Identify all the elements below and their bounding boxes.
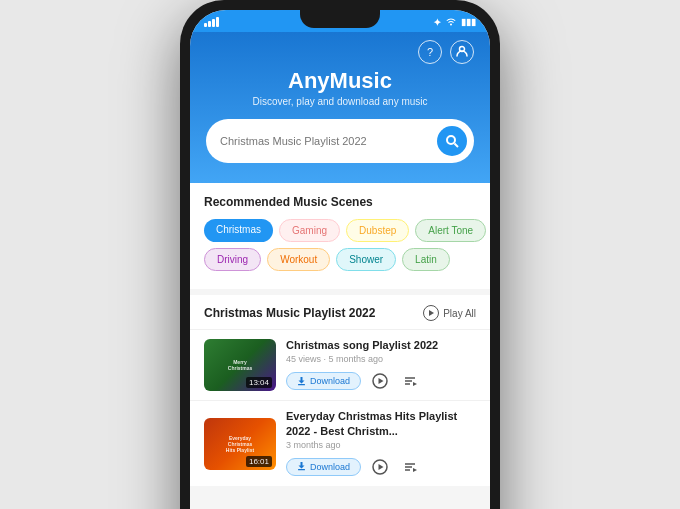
- play-all-button[interactable]: Play All: [423, 305, 476, 321]
- notch: [300, 10, 380, 28]
- wifi-icon: [445, 16, 457, 28]
- app-header: ? AnyMusic Discover, play and download a…: [190, 32, 490, 183]
- thumb-text-2: Everyday Christmas Hits Playlist: [222, 433, 258, 455]
- play-button-2[interactable]: [369, 456, 391, 478]
- signal-icon: [204, 17, 219, 27]
- svg-line-2: [455, 144, 459, 148]
- recommended-section: Recommended Music Scenes Christmas Gamin…: [190, 183, 490, 289]
- add-to-queue-button-1[interactable]: [399, 370, 421, 392]
- song-actions-1: Download: [286, 370, 476, 392]
- search-input[interactable]: [220, 135, 429, 147]
- help-icon: ?: [427, 46, 433, 58]
- recommended-title: Recommended Music Scenes: [204, 195, 476, 209]
- tag-driving[interactable]: Driving: [204, 248, 261, 271]
- tags-row-1: Christmas Gaming Dubstep Alert Tone: [204, 219, 476, 242]
- content-area: Recommended Music Scenes Christmas Gamin…: [190, 183, 490, 509]
- tag-dubstep[interactable]: Dubstep: [346, 219, 409, 242]
- song-info-2: Everyday Christmas Hits Playlist 2022 - …: [286, 409, 476, 478]
- tag-latin[interactable]: Latin: [402, 248, 450, 271]
- thumb-text-1: Merry Christmas: [222, 357, 258, 373]
- play-all-label: Play All: [443, 308, 476, 319]
- svg-rect-11: [298, 469, 305, 470]
- song-item-1: Merry Christmas 13:04 Christmas song Pla…: [190, 329, 490, 400]
- download-button-2[interactable]: Download: [286, 458, 361, 476]
- play-all-circle-icon: [423, 305, 439, 321]
- battery-icon: ▮▮▮: [461, 17, 476, 27]
- phone-frame: 9:41 ✦ ▮▮▮ ?: [180, 0, 500, 509]
- download-label-1: Download: [310, 376, 350, 386]
- song-thumb-1: Merry Christmas 13:04: [204, 339, 276, 391]
- svg-point-1: [447, 136, 455, 144]
- tags-row-2: Driving Workout Shower Latin: [204, 248, 476, 271]
- bluetooth-icon: ✦: [433, 17, 441, 28]
- svg-rect-4: [298, 384, 305, 385]
- thumb-duration-2: 16:01: [246, 456, 272, 467]
- playlist-header: Christmas Music Playlist 2022 Play All: [190, 295, 490, 329]
- download-button-1[interactable]: Download: [286, 372, 361, 390]
- add-to-queue-button-2[interactable]: [399, 456, 421, 478]
- song-actions-2: Download: [286, 456, 476, 478]
- song-thumb-2: Everyday Christmas Hits Playlist 16:01: [204, 418, 276, 470]
- search-button[interactable]: [437, 126, 467, 156]
- song-meta-2: 3 months ago: [286, 440, 476, 450]
- download-label-2: Download: [310, 462, 350, 472]
- app-subtitle: Discover, play and download any music: [206, 96, 474, 107]
- song-meta-1: 45 views · 5 months ago: [286, 354, 476, 364]
- tag-workout[interactable]: Workout: [267, 248, 330, 271]
- song-name-2: Everyday Christmas Hits Playlist 2022 - …: [286, 409, 476, 438]
- app-title: AnyMusic: [206, 68, 474, 94]
- tag-gaming[interactable]: Gaming: [279, 219, 340, 242]
- svg-marker-13: [379, 464, 384, 470]
- status-icons: ✦ ▮▮▮: [433, 16, 476, 28]
- playlist-title: Christmas Music Playlist 2022: [204, 306, 375, 320]
- svg-marker-17: [413, 468, 417, 472]
- tag-christmas[interactable]: Christmas: [204, 219, 273, 242]
- profile-button[interactable]: [450, 40, 474, 64]
- song-name-1: Christmas song Playlist 2022: [286, 338, 476, 352]
- profile-icon: [456, 45, 468, 60]
- help-button[interactable]: ?: [418, 40, 442, 64]
- svg-marker-3: [429, 310, 434, 316]
- svg-marker-10: [413, 382, 417, 386]
- song-info-1: Christmas song Playlist 2022 45 views · …: [286, 338, 476, 392]
- song-item-2: Everyday Christmas Hits Playlist 16:01 E…: [190, 400, 490, 486]
- tag-shower[interactable]: Shower: [336, 248, 396, 271]
- tag-alert[interactable]: Alert Tone: [415, 219, 486, 242]
- svg-marker-6: [379, 378, 384, 384]
- play-button-1[interactable]: [369, 370, 391, 392]
- phone-screen: 9:41 ✦ ▮▮▮ ?: [190, 10, 490, 509]
- search-bar: [206, 119, 474, 163]
- thumb-duration-1: 13:04: [246, 377, 272, 388]
